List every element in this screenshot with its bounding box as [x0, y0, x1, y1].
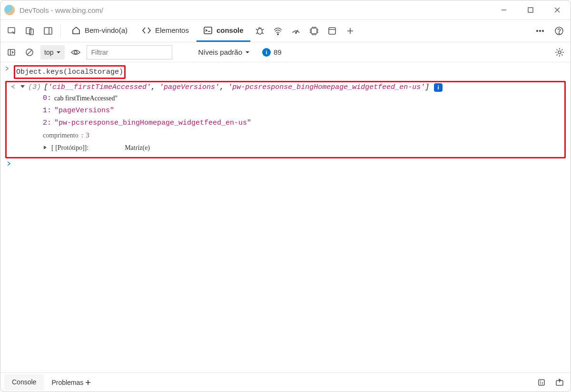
console-output-summary[interactable]: (3) ['cib__firstTimeAccessed', 'pageVers… [9, 83, 562, 92]
array-expanded-items: 0 cab firstTimeAccessed" 1 "pageVersions… [9, 92, 562, 142]
application-icon[interactable] [324, 22, 341, 39]
svg-point-10 [257, 29, 262, 34]
svg-rect-1 [528, 8, 533, 12]
drawer-tab-console[interactable]: Console [4, 374, 44, 391]
bottom-drawer: Console Problemas [0, 372, 571, 392]
prototype-value: Matriz(e) [125, 142, 150, 154]
console-prompt[interactable] [0, 160, 571, 169]
console-input-highlight: Object.keys(localStorage) [14, 65, 126, 79]
context-label: top [44, 49, 53, 56]
console-output-highlight: (3) ['cib__firstTimeAccessed', 'pageVers… [5, 81, 566, 158]
main-toolbar: Bem-vindo(a) Elementos console [0, 20, 571, 42]
levels-label: Níveis padrão [198, 48, 242, 56]
minimize-button[interactable] [491, 0, 517, 20]
svg-rect-15 [329, 28, 335, 34]
network-icon[interactable] [269, 22, 286, 39]
svg-rect-4 [8, 28, 15, 33]
prototype-label: [ [Protótipo]]: [51, 142, 89, 154]
divider [60, 24, 61, 38]
add-tab-icon[interactable] [342, 22, 359, 39]
drawer-issues-icon[interactable] [534, 375, 549, 390]
help-icon[interactable] [551, 22, 568, 39]
list-item[interactable]: 2 "pw-pcsresponse_bingHomepage_widgetfee… [43, 117, 562, 129]
filter-input[interactable] [87, 45, 172, 59]
svg-rect-14 [311, 28, 317, 34]
plus-icon [85, 380, 91, 385]
tab-console[interactable]: console [197, 20, 250, 42]
svg-rect-9 [204, 27, 212, 34]
console-input-line: Object.keys(localStorage) [0, 64, 571, 80]
tab-console-label: console [217, 26, 244, 34]
inspect-element-icon[interactable] [3, 22, 20, 39]
context-selector[interactable]: top [40, 45, 65, 59]
live-expression-icon[interactable] [69, 45, 83, 59]
log-levels-dropdown[interactable]: Níveis padrão [194, 48, 254, 56]
maximize-button[interactable] [517, 0, 544, 20]
console-input-code: Object.keys(localStorage) [16, 68, 123, 76]
expand-triangle-icon[interactable] [20, 83, 25, 91]
issues-count: 89 [274, 48, 282, 56]
bug-icon[interactable] [251, 22, 268, 39]
svg-point-20 [540, 30, 541, 32]
svg-point-23 [559, 33, 560, 34]
prototype-row[interactable]: [ [Protótipo]]: Matriz(e) [9, 142, 562, 154]
tab-welcome-label: Bem-vindo(a) [85, 26, 128, 34]
issues-badge[interactable]: i 89 [257, 47, 286, 58]
toggle-sidebar-icon[interactable] [4, 45, 19, 59]
more-icon[interactable] [532, 22, 549, 39]
svg-point-21 [542, 30, 544, 32]
performance-icon[interactable] [287, 22, 305, 39]
svg-point-13 [295, 32, 296, 33]
svg-line-27 [27, 50, 32, 55]
app-icon [4, 5, 15, 15]
input-chevron-icon [4, 65, 11, 76]
tab-elements[interactable]: Elementos [135, 20, 196, 42]
length-row[interactable]: comprimento: 3 [43, 129, 562, 142]
close-button[interactable] [544, 0, 571, 20]
output-chevron-icon [10, 83, 17, 92]
svg-point-11 [277, 34, 278, 35]
list-item[interactable]: 0 cab firstTimeAccessed" [43, 92, 562, 105]
svg-rect-7 [44, 28, 52, 34]
dock-side-icon[interactable] [39, 22, 57, 39]
array-inline-preview: ['cib__firstTimeAccessed', 'pageVersions… [44, 83, 429, 91]
svg-point-19 [537, 30, 538, 32]
collapse-triangle-icon[interactable] [43, 142, 48, 154]
tab-elements-label: Elementos [155, 26, 189, 34]
drawer-tab-problems[interactable]: Problemas [44, 375, 98, 390]
svg-rect-5 [26, 28, 31, 34]
clear-console-icon[interactable] [22, 45, 37, 59]
svg-point-29 [558, 51, 561, 54]
chevron-down-icon [245, 50, 250, 55]
device-toggle-icon[interactable] [21, 22, 39, 39]
array-length-summary: (3) [28, 83, 41, 91]
svg-point-28 [74, 51, 77, 54]
console-output-area[interactable]: Object.keys(localStorage) (3) ['cib__fir… [0, 62, 571, 372]
console-filter-bar: top Níveis padrão i 89 [0, 42, 571, 62]
window-controls [491, 0, 571, 20]
svg-point-30 [11, 86, 12, 87]
console-settings-icon[interactable] [552, 45, 567, 59]
window-title: DevTools - www.bing.com/ [20, 6, 103, 14]
info-dot-icon: i [262, 48, 271, 57]
tab-welcome[interactable]: Bem-vindo(a) [65, 20, 134, 42]
drawer-expand-icon[interactable] [552, 375, 567, 390]
chevron-down-icon [56, 50, 61, 55]
svg-rect-33 [539, 380, 544, 385]
window-titlebar: DevTools - www.bing.com/ [0, 0, 571, 20]
list-item[interactable]: 1 "pageVersions" [43, 105, 562, 117]
memory-icon[interactable] [305, 22, 323, 39]
info-badge-icon[interactable]: i [434, 83, 443, 92]
